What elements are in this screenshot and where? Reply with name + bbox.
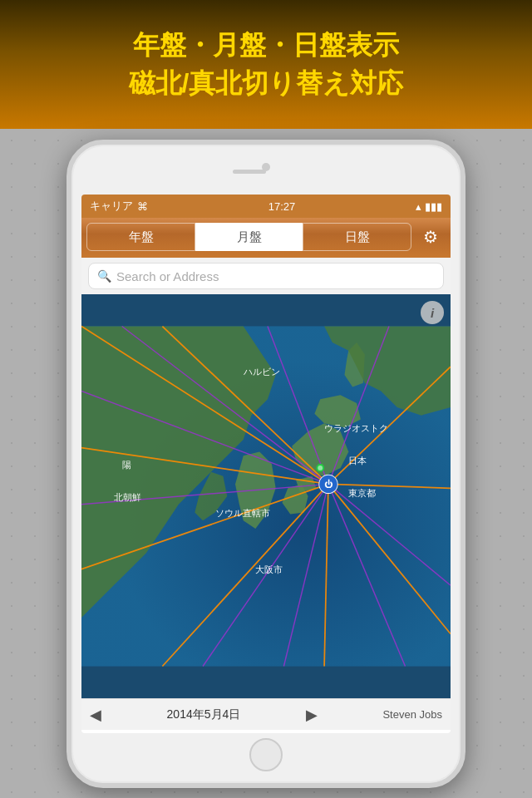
tab-bar: 年盤 月盤 日盤 ⚙ <box>86 223 446 251</box>
info-icon: i <box>431 306 434 320</box>
date-bar: ◀ 2014年5月4日 ▶ Steven Jobs <box>81 698 451 730</box>
search-bar[interactable]: 🔍 Search or Address <box>88 263 444 289</box>
next-date-button[interactable]: ▶ <box>306 706 318 724</box>
svg-text:ソウル直轄市: ソウル直轄市 <box>215 508 270 518</box>
tab-hinoban[interactable]: 日盤 <box>303 223 411 251</box>
gear-icon: ⚙ <box>423 227 438 247</box>
current-date: 2014年5月4日 <box>167 707 241 722</box>
map-svg: ハルビン ウラジオストク 陽 北朝鮮 ソウル直轄市 大阪市 日本 東京都 ⏻ <box>81 294 451 698</box>
svg-text:日本: 日本 <box>348 456 367 466</box>
svg-text:東京都: 東京都 <box>348 488 376 498</box>
volume-up-button[interactable] <box>68 244 71 268</box>
volume-down-button[interactable] <box>68 276 71 299</box>
svg-text:ハルビン: ハルビン <box>243 367 280 377</box>
map-area[interactable]: ハルビン ウラジオストク 陽 北朝鮮 ソウル直轄市 大阪市 日本 東京都 ⏻ i <box>81 294 451 698</box>
prev-date-button[interactable]: ◀ <box>90 706 101 724</box>
settings-button[interactable]: ⚙ <box>416 223 446 251</box>
status-left: キャリア ⌘ <box>90 199 148 214</box>
svg-text:北朝鮮: 北朝鮮 <box>114 492 141 502</box>
top-banner: 年盤・月盤・日盤表示 磁北/真北切り替え対応 <box>0 0 532 129</box>
banner-line1: 年盤・月盤・日盤表示 <box>133 28 399 63</box>
wood-header: 年盤 月盤 日盤 ⚙ <box>81 218 451 258</box>
banner-line2: 磁北/真北切り替え対応 <box>129 66 404 101</box>
svg-text:⏻: ⏻ <box>324 479 332 489</box>
info-button[interactable]: i <box>421 301 444 324</box>
carrier-label: キャリア <box>90 199 133 214</box>
search-icon: 🔍 <box>97 269 111 283</box>
svg-text:陽: 陽 <box>122 460 131 470</box>
phone-screen: キャリア ⌘ 17:27 ▴ ▮▮▮ 年盤 月盤 日盤 <box>81 195 451 733</box>
svg-point-32 <box>318 466 323 470</box>
svg-text:ウラジオストク: ウラジオストク <box>324 423 388 433</box>
home-button[interactable] <box>249 738 283 771</box>
wifi-icon: ⌘ <box>137 200 148 213</box>
phone-frame: キャリア ⌘ 17:27 ▴ ▮▮▮ 年盤 月盤 日盤 <box>66 140 466 788</box>
search-bar-container: 🔍 Search or Address <box>81 258 451 294</box>
search-placeholder: Search or Address <box>116 269 219 283</box>
power-button[interactable] <box>461 261 464 303</box>
status-right: ▴ ▮▮▮ <box>416 200 442 213</box>
status-time: 17:27 <box>268 200 296 213</box>
tab-nenban[interactable]: 年盤 <box>86 223 195 251</box>
svg-text:大阪市: 大阪市 <box>255 565 283 575</box>
speaker <box>233 170 266 174</box>
location-icon: ▴ <box>416 200 421 213</box>
tab-tsukinoban[interactable]: 月盤 <box>195 223 303 251</box>
battery-icon: ▮▮▮ <box>425 200 442 213</box>
person-name: Steven Jobs <box>382 708 442 721</box>
status-bar: キャリア ⌘ 17:27 ▴ ▮▮▮ <box>81 195 451 218</box>
